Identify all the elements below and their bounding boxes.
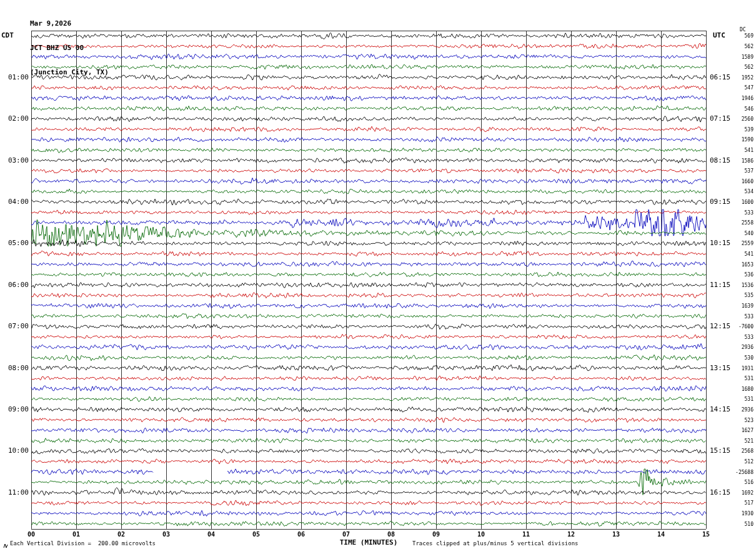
x-tick-label: 12 xyxy=(564,531,579,538)
cdt-axis-header: CDT xyxy=(1,31,14,41)
cdt-time-label: 03:00 xyxy=(0,156,29,166)
dc-offset-value: 1627 xyxy=(724,428,754,433)
dc-offset-value: 546 xyxy=(724,106,754,112)
title-station: JCT BHZ US 00 xyxy=(30,44,109,52)
dc-offset-value: 1586 xyxy=(724,158,754,164)
dc-offset-value: 536 xyxy=(724,272,754,278)
x-tick-label: 05 xyxy=(249,531,264,538)
dc-offset-value: 521 xyxy=(724,438,754,444)
dc-offset-value: 2568 xyxy=(724,448,754,454)
dc-offset-value: 569 xyxy=(724,33,754,39)
x-tick-label: 11 xyxy=(519,531,534,538)
dc-offset-value: 516 xyxy=(724,480,754,485)
x-tick-label: 10 xyxy=(474,531,489,538)
dc-offset-value: 547 xyxy=(724,85,754,91)
dc-offset-value: 510 xyxy=(724,521,754,527)
x-tick-label: 03 xyxy=(159,531,174,538)
dc-offset-value: 1536 xyxy=(724,283,754,288)
x-tick-label: 04 xyxy=(204,531,219,538)
dc-offset-value: 541 xyxy=(724,148,754,153)
dc-offset-value: 541 xyxy=(724,251,754,257)
dc-offset-value: 1589 xyxy=(724,54,754,60)
dc-offset-value: 1952 xyxy=(724,75,754,81)
x-tick-label: 09 xyxy=(429,531,444,538)
cdt-time-label: 02:00 xyxy=(0,114,29,124)
x-tick-label: 00 xyxy=(24,531,39,538)
dc-offset-value: 2560 xyxy=(724,116,754,122)
dc-offset-value: 533 xyxy=(724,314,754,320)
dc-offset-value: 531 xyxy=(724,396,754,402)
x-axis-title: TIME (MINUTES) xyxy=(325,538,412,546)
dc-offset-value: 1946 xyxy=(724,96,754,101)
x-tick-label: 15 xyxy=(699,531,714,538)
dc-offset-value: 1692 xyxy=(724,490,754,496)
x-tick-label: 02 xyxy=(114,531,129,538)
x-tick-label: 08 xyxy=(384,531,399,538)
clip-note: Traces clipped at plus/minus 5 vertical … xyxy=(412,540,579,546)
dc-column-header: DC xyxy=(740,27,746,33)
dc-offset-value: 539 xyxy=(724,127,754,133)
dc-offset-value: 1653 xyxy=(724,262,754,268)
title-location: (Junction City, TX) xyxy=(30,68,109,76)
dc-offset-value: 533 xyxy=(724,210,754,216)
dc-offset-value: 562 xyxy=(724,64,754,70)
dc-offset-value: 533 xyxy=(724,335,754,340)
cdt-time-label: 10:00 xyxy=(0,446,29,456)
x-tick-label: 01 xyxy=(69,531,84,538)
cdt-time-label: 11:00 xyxy=(0,488,29,498)
cdt-time-label: 06:00 xyxy=(0,280,29,290)
cdt-time-label: 05:00 xyxy=(0,238,29,248)
dc-offset-value: -25688 xyxy=(724,470,754,475)
dc-offset-value: 1639 xyxy=(724,303,754,309)
dc-offset-value: 534 xyxy=(724,189,754,194)
title-block: Mar 9,2026 JCT BHZ US 00 (Junction City,… xyxy=(30,3,109,93)
dc-offset-value: 562 xyxy=(724,44,754,49)
dc-offset-value: 535 xyxy=(724,293,754,298)
dc-offset-value: 540 xyxy=(724,231,754,236)
dc-offset-value: 2936 xyxy=(724,407,754,413)
x-tick-label: 06 xyxy=(294,531,309,538)
scale-note: Each Vertical Division = 200.00 microvol… xyxy=(10,540,156,546)
dc-offset-value: -7600 xyxy=(724,324,754,330)
dc-offset-value: 1660 xyxy=(724,179,754,184)
title-date: Mar 9,2026 xyxy=(30,19,109,28)
heliplot-page: Mar 9,2026 JCT BHZ US 00 (Junction City,… xyxy=(0,0,756,554)
seismogram-canvas xyxy=(0,0,756,554)
dc-offset-value: 512 xyxy=(724,459,754,465)
dc-offset-value: 1930 xyxy=(724,511,754,516)
cdt-time-label: 07:00 xyxy=(0,321,29,331)
dc-offset-value: 1590 xyxy=(724,137,754,143)
dc-offset-value: 517 xyxy=(724,500,754,506)
dc-offset-value: 531 xyxy=(724,376,754,381)
cdt-time-label: 08:00 xyxy=(0,363,29,373)
dc-offset-value: 2558 xyxy=(724,220,754,226)
x-tick-label: 14 xyxy=(654,531,669,538)
x-tick-label: 07 xyxy=(339,531,354,538)
dc-offset-value: 1680 xyxy=(724,386,754,392)
dc-offset-value: 2559 xyxy=(724,241,754,246)
dc-offset-value: 1931 xyxy=(724,366,754,371)
dc-offset-value: 1600 xyxy=(724,199,754,205)
cdt-time-label: 09:00 xyxy=(0,405,29,415)
dc-offset-value: 2936 xyxy=(724,345,754,350)
dc-offset-value: 537 xyxy=(724,168,754,174)
x-tick-label: 13 xyxy=(609,531,624,538)
dc-offset-value: 523 xyxy=(724,418,754,423)
cdt-time-label: 04:00 xyxy=(0,197,29,207)
cdt-time-label: 01:00 xyxy=(0,73,29,83)
dc-offset-value: 530 xyxy=(724,355,754,361)
